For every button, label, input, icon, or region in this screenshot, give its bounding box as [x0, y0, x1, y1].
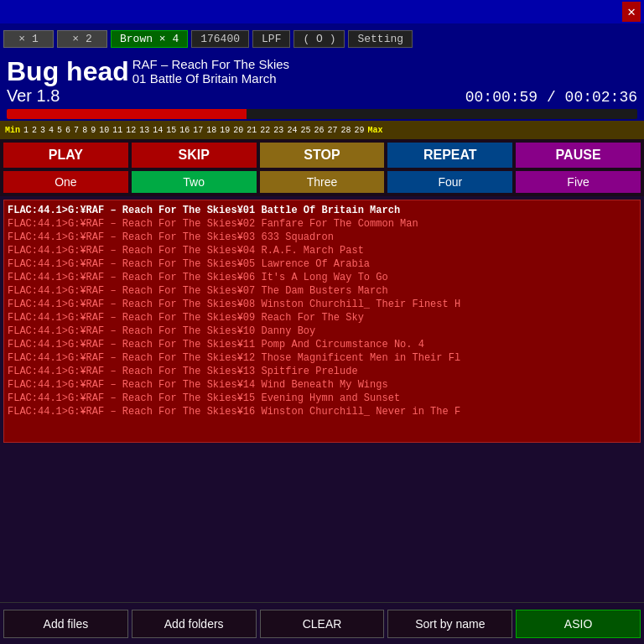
- ruler-21: 21: [245, 126, 258, 135]
- ruler-15: 15: [164, 126, 178, 135]
- ruler-25: 25: [299, 126, 312, 135]
- ruler-14: 14: [151, 126, 164, 135]
- mode-two-button[interactable]: Two: [132, 171, 257, 193]
- timeline-ruler: Min 1 2 3 4 5 6 7 8 9 10 11 12 13 14 15 …: [0, 121, 644, 139]
- playlist-item[interactable]: FLAC:44.1>G:¥RAF – Reach For The Skies¥0…: [8, 231, 636, 244]
- playlist-item[interactable]: FLAC:44.1>G:¥RAF – Reach For The Skies¥1…: [8, 325, 636, 338]
- asio-button[interactable]: ASIO: [516, 610, 641, 638]
- x1-button[interactable]: × 1: [3, 30, 54, 48]
- track-info: RAF – Reach For The Skies 01 Battle Of B…: [129, 57, 637, 106]
- ruler-19: 19: [218, 126, 231, 135]
- app-version: Ver 1.8: [7, 86, 129, 106]
- ruler-29: 29: [352, 126, 366, 135]
- ruler-26: 26: [312, 126, 325, 135]
- title-bar: ✕: [0, 0, 644, 23]
- ruler-18: 18: [205, 126, 218, 135]
- play-button[interactable]: PLAY: [3, 143, 128, 168]
- playlist-item[interactable]: FLAC:44.1>G:¥RAF – Reach For The Skies¥1…: [8, 351, 636, 365]
- ruler-1: 1: [22, 126, 30, 135]
- header-section: Bug head Ver 1.8 RAF – Reach For The Ski…: [0, 54, 644, 106]
- time-total: 00:02:36: [565, 89, 637, 106]
- mode-three-button[interactable]: Three: [260, 171, 385, 193]
- stop-button[interactable]: STOP: [260, 143, 385, 168]
- ruler-16: 16: [178, 126, 191, 135]
- app-title: Bug head: [7, 56, 129, 86]
- progress-bar-bg[interactable]: [7, 109, 637, 119]
- skip-button[interactable]: SKIP: [132, 143, 257, 168]
- ruler-11: 11: [111, 126, 124, 135]
- app-title-block: Bug head Ver 1.8: [7, 57, 129, 106]
- ruler-13: 13: [138, 126, 151, 135]
- lpf-button[interactable]: LPF: [252, 30, 290, 48]
- ruler-8: 8: [80, 126, 89, 135]
- ruler-9: 9: [89, 126, 97, 135]
- ruler-10: 10: [97, 126, 111, 135]
- clear-button[interactable]: CLEAR: [260, 610, 385, 638]
- playlist-item[interactable]: FLAC:44.1>G:¥RAF – Reach For The Skies¥0…: [8, 298, 636, 311]
- playlist[interactable]: FLAC:44.1>G:¥RAF – Reach For The Skies¥0…: [3, 200, 641, 443]
- mode-four-button[interactable]: Four: [387, 171, 512, 193]
- ruler-min: Min: [3, 126, 22, 135]
- ruler-2: 2: [30, 126, 39, 135]
- playback-row: PLAY SKIP STOP REPEAT PAUSE: [0, 139, 644, 171]
- playlist-item[interactable]: FLAC:44.1>G:¥RAF – Reach For The Skies¥1…: [8, 338, 636, 351]
- mode-row: One Two Three Four Five: [0, 171, 644, 196]
- ruler-28: 28: [339, 126, 352, 135]
- samplerate-button[interactable]: 176400: [191, 30, 249, 48]
- playlist-item[interactable]: FLAC:44.1>G:¥RAF – Reach For The Skies¥0…: [8, 204, 636, 217]
- x2-button[interactable]: × 2: [57, 30, 107, 48]
- playlist-item[interactable]: FLAC:44.1>G:¥RAF – Reach For The Skies¥1…: [8, 392, 636, 405]
- playlist-item[interactable]: FLAC:44.1>G:¥RAF – Reach For The Skies¥1…: [8, 365, 636, 378]
- ruler-17: 17: [191, 126, 205, 135]
- ruler-12: 12: [124, 126, 138, 135]
- controls-bar: × 1 × 2 Brown × 4 176400 LPF ( O ) Setti…: [0, 23, 644, 54]
- ruler-4: 4: [47, 126, 55, 135]
- sort-button[interactable]: Sort by name: [387, 610, 512, 638]
- setting-button[interactable]: Setting: [348, 30, 413, 48]
- pause-button[interactable]: PAUSE: [516, 143, 641, 168]
- progress-area[interactable]: [0, 106, 644, 121]
- progress-bar-fill: [7, 109, 247, 119]
- track-subtitle: 01 Battle Of Britain March: [132, 71, 637, 86]
- brown-x4-button[interactable]: Brown × 4: [111, 30, 188, 48]
- track-title: RAF – Reach For The Skies: [132, 57, 637, 71]
- playlist-item[interactable]: FLAC:44.1>G:¥RAF – Reach For The Skies¥1…: [8, 405, 636, 418]
- time-separator: /: [538, 89, 564, 106]
- time-display: 00:00:59 / 00:02:36: [132, 86, 637, 106]
- repeat-button[interactable]: REPEAT: [387, 143, 512, 168]
- time-current: 00:00:59: [465, 89, 538, 106]
- ruler-22: 22: [258, 126, 272, 135]
- playlist-item[interactable]: FLAC:44.1>G:¥RAF – Reach For The Skies¥0…: [8, 244, 636, 257]
- add-files-button[interactable]: Add files: [3, 610, 128, 638]
- ruler-27: 27: [325, 126, 339, 135]
- playlist-item[interactable]: FLAC:44.1>G:¥RAF – Reach For The Skies¥0…: [8, 257, 636, 271]
- ruler-24: 24: [285, 126, 299, 135]
- playlist-item[interactable]: FLAC:44.1>G:¥RAF – Reach For The Skies¥0…: [8, 284, 636, 298]
- add-folders-button[interactable]: Add folders: [132, 610, 257, 638]
- playlist-item[interactable]: FLAC:44.1>G:¥RAF – Reach For The Skies¥0…: [8, 217, 636, 231]
- close-button[interactable]: ✕: [622, 2, 641, 22]
- mode-five-button[interactable]: Five: [516, 171, 641, 193]
- ruler-3: 3: [39, 126, 47, 135]
- output-button[interactable]: ( O ): [293, 30, 345, 48]
- playlist-item[interactable]: FLAC:44.1>G:¥RAF – Reach For The Skies¥1…: [8, 378, 636, 392]
- bottom-bar: Add files Add folders CLEAR Sort by name…: [0, 602, 644, 644]
- ruler-20: 20: [231, 126, 245, 135]
- ruler-23: 23: [272, 126, 285, 135]
- ruler-max: Max: [366, 126, 384, 135]
- playlist-item[interactable]: FLAC:44.1>G:¥RAF – Reach For The Skies¥0…: [8, 271, 636, 284]
- playlist-item[interactable]: FLAC:44.1>G:¥RAF – Reach For The Skies¥0…: [8, 311, 636, 325]
- ruler-6: 6: [64, 126, 72, 135]
- ruler-7: 7: [72, 126, 80, 135]
- mode-one-button[interactable]: One: [3, 171, 128, 193]
- ruler-5: 5: [55, 126, 64, 135]
